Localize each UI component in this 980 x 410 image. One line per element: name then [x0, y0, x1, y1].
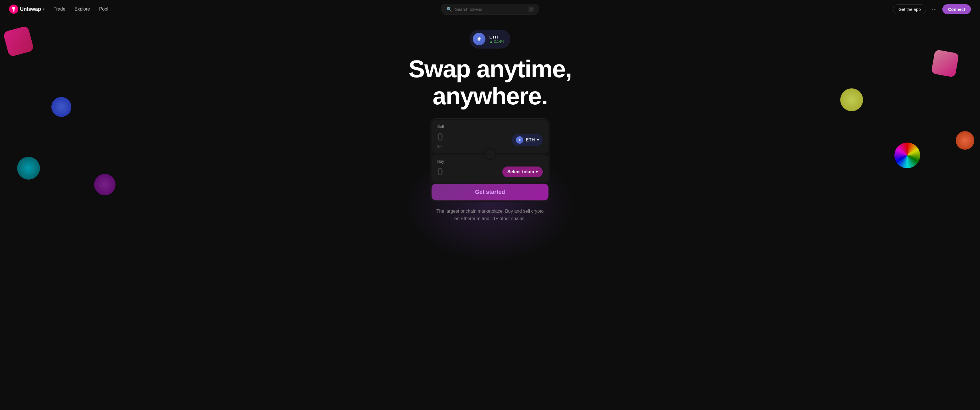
nav-pool[interactable]: Pool [99, 6, 108, 12]
nav-right: Get the app ··· Connect [893, 4, 971, 14]
search-shortcut-badge: / [528, 6, 534, 12]
subtitle-line1: The largest onchain marketplace. Buy and… [436, 209, 544, 213]
search-bar[interactable]: 🔍 Search tokens / [442, 4, 538, 14]
more-button[interactable]: ··· [929, 5, 939, 14]
uniswap-logo-icon [9, 5, 18, 14]
eth-logo [473, 33, 485, 45]
select-token-button[interactable]: Select token ▾ [502, 167, 543, 177]
logo-text: Uniswap [20, 6, 41, 12]
eth-change: ▲ 2.14% [490, 39, 504, 44]
navbar: Uniswap ▾ Trade Explore Pool 🔍 Search to… [0, 0, 980, 18]
nav-left: Uniswap ▾ Trade Explore Pool [9, 5, 108, 14]
logo[interactable]: Uniswap ▾ [9, 5, 45, 14]
subtitle-line2: on Ethereum and 11+ other chains. [454, 216, 526, 221]
hero-subtitle: The largest onchain marketplace. Buy and… [436, 208, 544, 222]
eth-ticker: ETH ▲ 2.14% [470, 30, 511, 48]
eth-symbol: ETH [490, 35, 504, 39]
sell-row: 0 $0 ETH ▾ [437, 131, 543, 149]
buy-amount[interactable]: 0 [437, 166, 443, 178]
sell-label: Sell [437, 124, 543, 129]
svg-marker-2 [477, 37, 481, 40]
search-icon: 🔍 [446, 6, 452, 12]
select-token-label: Select token [508, 169, 534, 175]
nav-center: 🔍 Search tokens / [442, 4, 538, 14]
get-started-button[interactable]: Get started [431, 184, 549, 200]
buy-row: 0 Select token ▾ [437, 166, 543, 178]
sell-usd: $0 [437, 144, 443, 149]
connect-button[interactable]: Connect [942, 4, 971, 14]
main-content: ETH ▲ 2.14% Swap anytime, anywhere. Sell… [0, 18, 980, 222]
swap-arrow-icon: ↓ [489, 151, 491, 157]
sell-token-name: ETH [526, 137, 535, 143]
search-placeholder-text: Search tokens [455, 7, 526, 12]
sell-token-button[interactable]: ETH ▾ [512, 134, 543, 146]
eth-info: ETH ▲ 2.14% [490, 35, 504, 44]
swap-card: Sell 0 $0 ETH ▾ [430, 118, 550, 202]
nav-explore[interactable]: Explore [75, 6, 90, 12]
eth-change-value: 2.14% [494, 39, 504, 44]
logo-caret: ▾ [43, 7, 45, 11]
svg-marker-4 [519, 138, 521, 141]
hero-title: Swap anytime, anywhere. [409, 55, 571, 109]
eth-change-sign: ▲ [490, 39, 493, 44]
swap-direction-button[interactable]: ↓ [484, 148, 496, 160]
sell-amount-area: 0 $0 [437, 131, 443, 149]
sell-token-chevron: ▾ [537, 138, 539, 142]
svg-point-1 [13, 10, 14, 12]
hero-title-line2: anywhere. [433, 82, 547, 110]
eth-token-icon [516, 136, 523, 144]
hero-title-line1: Swap anytime, [409, 55, 571, 83]
get-app-button[interactable]: Get the app [893, 4, 926, 14]
nav-trade[interactable]: Trade [54, 6, 65, 12]
select-token-chevron: ▾ [536, 170, 538, 174]
sell-amount[interactable]: 0 [437, 131, 443, 143]
buy-label: Buy [437, 159, 543, 164]
